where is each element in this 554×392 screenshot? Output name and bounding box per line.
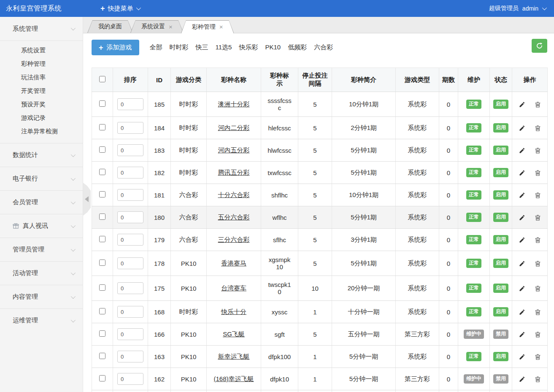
row-checkbox[interactable] — [99, 146, 105, 153]
edit-icon[interactable] — [519, 170, 525, 176]
tab-system-settings[interactable]: 系统设置× — [130, 20, 184, 33]
row-checkbox[interactable] — [99, 191, 105, 197]
lottery-name-link[interactable]: 澳洲十分彩 — [218, 100, 250, 108]
row-checkbox[interactable] — [99, 260, 105, 266]
sort-input[interactable] — [117, 306, 143, 318]
sort-input[interactable] — [117, 122, 143, 134]
edit-icon[interactable] — [519, 192, 525, 199]
sort-input[interactable] — [117, 373, 143, 385]
add-game-button[interactable]: + 添加游戏 — [92, 40, 139, 55]
lottery-name-link[interactable]: 三分六合彩 — [218, 236, 250, 243]
tab-lottery-management[interactable]: 彩种管理× — [181, 20, 234, 33]
sidebar-group-ebank[interactable]: 电子银行 — [0, 167, 83, 190]
sidebar-item-preset-draw[interactable]: 预设开奖 — [0, 97, 83, 111]
lottery-name-link[interactable]: 台湾赛车 — [221, 284, 246, 292]
sort-input[interactable] — [117, 257, 143, 269]
edit-icon[interactable] — [519, 376, 525, 383]
delete-icon[interactable] — [535, 192, 541, 199]
close-icon[interactable]: × — [219, 24, 223, 30]
edit-icon[interactable] — [519, 101, 525, 108]
delete-icon[interactable] — [535, 260, 541, 267]
tab-my-desktop[interactable]: 我的桌面 — [87, 20, 133, 33]
delete-icon[interactable] — [535, 376, 541, 383]
sidebar-group-admins[interactable]: 管理员管理 — [0, 238, 83, 261]
quick-menu-button[interactable]: + 快捷菜单 — [100, 5, 140, 13]
delete-icon[interactable] — [535, 125, 541, 132]
edit-icon[interactable] — [519, 147, 525, 154]
sidebar-item-draw-management[interactable]: 开奖管理 — [0, 84, 83, 97]
sort-input[interactable] — [117, 98, 143, 110]
filter-all[interactable]: 全部 — [150, 43, 162, 51]
lottery-name-link[interactable]: 五分六合彩 — [218, 214, 250, 221]
delete-icon[interactable] — [535, 147, 541, 154]
row-checkbox[interactable] — [99, 308, 105, 314]
row-checkbox[interactable] — [99, 236, 105, 242]
delete-icon[interactable] — [535, 101, 541, 108]
filter-pk10[interactable]: PK10 — [265, 43, 281, 51]
sort-input[interactable] — [117, 144, 143, 156]
filter-ssc[interactable]: 时时彩 — [170, 43, 189, 51]
sort-input[interactable] — [117, 189, 143, 201]
delete-icon[interactable] — [535, 331, 541, 338]
lottery-name-link[interactable]: 河内二分彩 — [218, 124, 250, 131]
select-all-checkbox[interactable] — [99, 76, 105, 82]
delete-icon[interactable] — [535, 237, 541, 243]
row-checkbox[interactable] — [99, 100, 105, 107]
sort-input[interactable] — [117, 282, 143, 294]
row-checkbox[interactable] — [99, 214, 105, 220]
lottery-name-link[interactable]: SG飞艇 — [223, 330, 245, 338]
edit-icon[interactable] — [519, 214, 525, 221]
lottery-name-link[interactable]: 新幸运飞艇 — [218, 353, 250, 360]
filter-k3[interactable]: 快三 — [196, 43, 208, 51]
row-checkbox[interactable] — [99, 375, 105, 381]
sidebar-item-play-rates[interactable]: 玩法倍率 — [0, 70, 83, 84]
lottery-name-link[interactable]: (168)幸运飞艇 — [213, 375, 254, 382]
delete-icon[interactable] — [535, 214, 541, 221]
sort-input[interactable] — [117, 167, 143, 178]
edit-icon[interactable] — [519, 285, 525, 292]
delete-icon[interactable] — [535, 309, 541, 316]
lottery-name-link[interactable]: 快乐十分 — [221, 308, 246, 315]
filter-11x5[interactable]: 11选5 — [216, 43, 232, 51]
refresh-button[interactable] — [532, 39, 547, 53]
row-id: 178 — [148, 251, 171, 276]
sort-input[interactable] — [117, 328, 143, 340]
edit-icon[interactable] — [519, 331, 525, 338]
delete-icon[interactable] — [535, 354, 541, 360]
edit-icon[interactable] — [519, 237, 525, 243]
sidebar-group-activities[interactable]: 活动管理 — [0, 261, 83, 285]
sidebar-group-live-video[interactable]: 真人视讯 — [0, 214, 83, 238]
sidebar-item-system-settings[interactable]: 系统设置 — [0, 43, 83, 57]
sidebar-group-system[interactable]: 系统管理 — [0, 17, 83, 41]
filter-klc[interactable]: 快乐彩 — [239, 43, 258, 51]
sort-input[interactable] — [117, 234, 143, 246]
sidebar-group-content[interactable]: 内容管理 — [0, 285, 83, 308]
edit-icon[interactable] — [519, 260, 525, 267]
edit-icon[interactable] — [519, 309, 525, 316]
lottery-name-link[interactable]: 十分六合彩 — [218, 191, 250, 198]
delete-icon[interactable] — [535, 285, 541, 292]
sidebar-group-members[interactable]: 会员管理 — [0, 190, 83, 214]
sidebar-group-statistics[interactable]: 数据统计 — [0, 143, 83, 167]
row-checkbox[interactable] — [99, 284, 105, 291]
edit-icon[interactable] — [519, 354, 525, 360]
row-checkbox[interactable] — [99, 169, 105, 175]
lottery-name-link[interactable]: 腾讯五分彩 — [218, 169, 250, 176]
delete-icon[interactable] — [535, 170, 541, 176]
sidebar-item-abnormal-bet-detection[interactable]: 注单异常检测 — [0, 124, 83, 138]
lottery-name-link[interactable]: 河内五分彩 — [218, 146, 250, 154]
row-checkbox[interactable] — [99, 353, 105, 359]
sort-input[interactable] — [117, 211, 143, 223]
sidebar-item-game-records[interactable]: 游戏记录 — [0, 111, 83, 124]
user-menu[interactable]: 超级管理员 admin — [489, 5, 546, 12]
sidebar-item-lottery-management[interactable]: 彩种管理 — [0, 57, 83, 70]
sidebar-group-ops[interactable]: 运维管理 — [0, 308, 83, 332]
sort-input[interactable] — [117, 351, 143, 362]
close-icon[interactable]: × — [169, 24, 173, 30]
lottery-name-link[interactable]: 香港赛马 — [221, 260, 246, 267]
edit-icon[interactable] — [519, 125, 525, 132]
row-checkbox[interactable] — [99, 330, 105, 337]
row-checkbox[interactable] — [99, 124, 105, 130]
filter-lhc[interactable]: 六合彩 — [314, 43, 333, 51]
filter-low-freq[interactable]: 低频彩 — [288, 43, 307, 51]
